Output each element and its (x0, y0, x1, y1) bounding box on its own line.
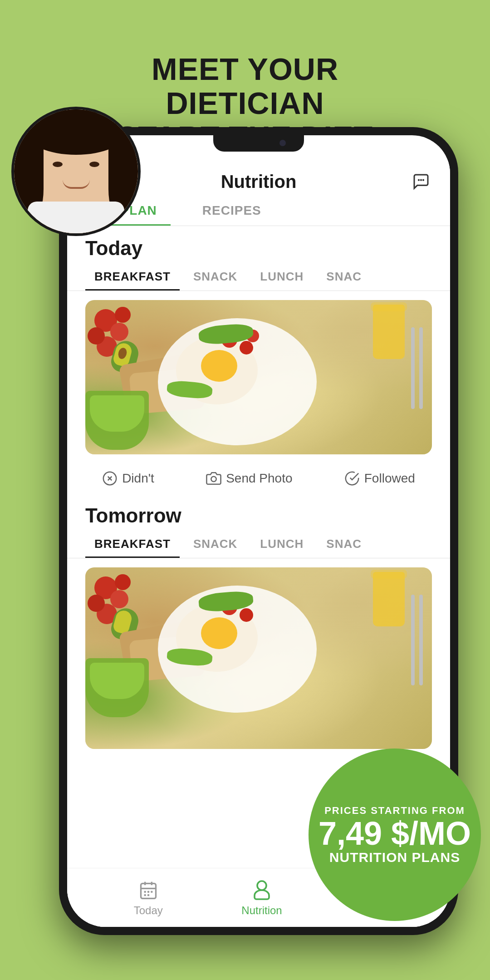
send-photo-button[interactable]: Send Photo (206, 471, 292, 486)
tab-recipes[interactable]: RECIPES (189, 197, 275, 226)
meal-tab-snack-tm[interactable]: SNACK (184, 532, 246, 558)
apple-icon (250, 879, 273, 901)
meal-tabs-today: BREAKFAST SNACK LUNCH SNAC (67, 264, 450, 291)
nav-nutrition-label: Nutrition (241, 904, 282, 917)
food-image-today (85, 300, 432, 454)
meal-tab-lunch-tm[interactable]: LUNCH (251, 532, 313, 558)
nav-nutrition[interactable]: Nutrition (241, 879, 282, 917)
meal-tab-breakfast[interactable]: BREAKFAST (85, 264, 180, 291)
nav-today[interactable]: Today (134, 879, 163, 917)
food-image-tomorrow (85, 567, 432, 749)
followed-button[interactable]: Followed (344, 471, 415, 486)
nav-title: Nutrition (107, 172, 410, 192)
calendar-icon (137, 879, 160, 901)
tomorrow-section: Tomorrow BREAKFAST SNACK LUNCH (67, 493, 450, 749)
dietician-avatar (11, 107, 141, 236)
meal-tab-snack2-tm[interactable]: SNAC (317, 532, 371, 558)
price-badge: PRICES STARTING FROM 7,49 $/MO NUTRITION… (309, 749, 481, 921)
price-plans: NUTRITION PLANS (329, 850, 460, 865)
meal-tab-snack[interactable]: SNACK (184, 264, 246, 291)
meal-tab-breakfast-tm[interactable]: BREAKFAST (85, 532, 180, 558)
chat-icon[interactable] (410, 171, 432, 192)
camera-dot (279, 140, 286, 146)
phone-notch (213, 135, 304, 152)
tomorrow-title: Tomorrow (67, 493, 450, 532)
price-main: 7,49 $/MO (318, 817, 471, 850)
today-section: Today BREAKFAST SNACK LUNCH SN (67, 226, 450, 493)
meal-tab-snack2[interactable]: SNAC (317, 264, 371, 291)
svg-point-6 (211, 477, 216, 482)
meal-tab-lunch[interactable]: LUNCH (251, 264, 313, 291)
didnt-button[interactable]: Didn't (102, 471, 154, 486)
nav-today-label: Today (134, 904, 163, 917)
meal-tabs-tomorrow: BREAKFAST SNACK LUNCH SNAC (67, 532, 450, 558)
action-buttons-today: Didn't Send Photo (67, 463, 450, 493)
